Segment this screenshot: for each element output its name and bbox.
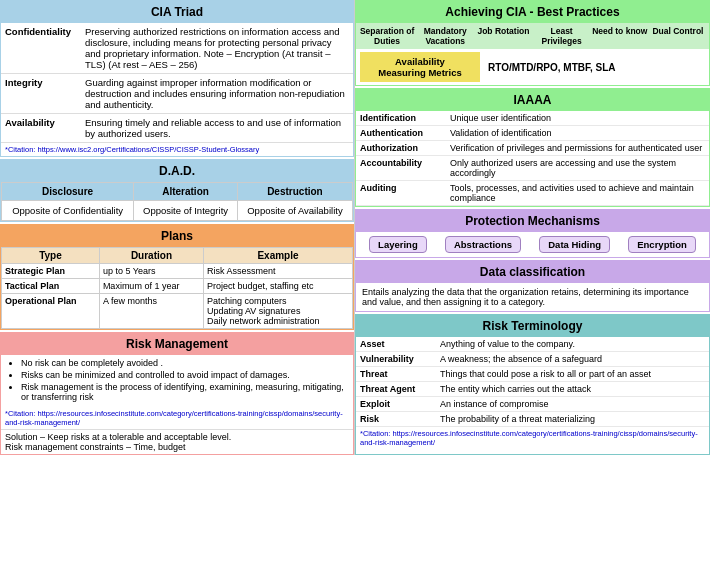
- iaaaa-label: Identification: [356, 111, 446, 126]
- plans-col-header: Type: [2, 248, 100, 264]
- protection-pills: LayeringAbstractionsData HidingEncryptio…: [356, 232, 709, 257]
- iaaaa-label: Authorization: [356, 141, 446, 156]
- cia-triad-section: CIA Triad ConfidentialityPreserving auth…: [0, 0, 354, 157]
- iaaaa-section: IAAAA IdentificationUnique user identifi…: [355, 88, 710, 207]
- plans-col-header: Example: [203, 248, 352, 264]
- best-practice-item: Least Privileges: [533, 26, 591, 46]
- protection-mechanisms-section: Protection Mechanisms LayeringAbstractio…: [355, 209, 710, 258]
- risk-term-row: ThreatThings that could pose a risk to a…: [356, 367, 709, 382]
- protection-pill: Encryption: [628, 236, 696, 253]
- data-classification-section: Data classification Entails analyzing th…: [355, 260, 710, 312]
- cia-row: AvailabilityEnsuring timely and reliable…: [1, 114, 353, 143]
- cia-label: Integrity: [1, 74, 81, 114]
- plans-table: TypeDurationExample Strategic Plan up to…: [1, 247, 353, 329]
- cia-desc: Preserving authorized restrictions on in…: [81, 23, 353, 74]
- data-class-header: Data classification: [356, 261, 709, 283]
- iaaaa-row: IdentificationUnique user identification: [356, 111, 709, 126]
- plans-row: Strategic Plan up to 5 Years Risk Assess…: [2, 264, 353, 279]
- risk-terminology-section: Risk Terminology AssetAnything of value …: [355, 314, 710, 455]
- risk-bullets-list: No risk can be completely avoided .Risks…: [7, 358, 347, 402]
- main-grid: CIA Triad ConfidentialityPreserving auth…: [0, 0, 710, 455]
- iaaaa-row: AuthenticationValidation of identificati…: [356, 126, 709, 141]
- risk-term-row: Threat AgentThe entity which carries out…: [356, 382, 709, 397]
- risk-term-row: RiskThe probability of a threat material…: [356, 412, 709, 427]
- risk-term-label: Exploit: [356, 397, 436, 412]
- right-column: Achieving CIA - Best Practices Separatio…: [355, 0, 710, 455]
- protection-header: Protection Mechanisms: [356, 210, 709, 232]
- risk-mgmt-header: Risk Management: [1, 333, 353, 355]
- risk-term-desc: A weakness; the absence of a safeguard: [436, 352, 709, 367]
- plan-duration: Maximum of 1 year: [99, 279, 203, 294]
- risk-term-row: AssetAnything of value to the company.: [356, 337, 709, 352]
- risk-bullet: Risks can be minimized and controlled to…: [21, 370, 347, 380]
- protection-pill: Layering: [369, 236, 427, 253]
- cia-row: IntegrityGuarding against improper infor…: [1, 74, 353, 114]
- dad-cell: Opposite of Confidentiality: [2, 201, 134, 221]
- best-practice-item: Job Rotation: [474, 26, 532, 46]
- plans-row: Operational Plan A few months Patching c…: [2, 294, 353, 329]
- cia-label: Availability: [1, 114, 81, 143]
- iaaaa-desc: Verification of privileges and permissio…: [446, 141, 709, 156]
- risk-mgmt-body: No risk can be completely avoided .Risks…: [1, 355, 353, 407]
- cia-desc: Ensuring timely and reliable access to a…: [81, 114, 353, 143]
- dad-header: D.A.D.: [1, 160, 353, 182]
- cia-best-practices-row: Separation of DutiesMandatory VacationsJ…: [356, 23, 709, 49]
- iaaaa-label: Accountability: [356, 156, 446, 181]
- plan-example: Risk Assessment: [203, 264, 352, 279]
- risk-term-desc: The entity which carries out the attack: [436, 382, 709, 397]
- cia-triad-table: ConfidentialityPreserving authorized res…: [1, 23, 353, 143]
- iaaaa-row: AuthorizationVerification of privileges …: [356, 141, 709, 156]
- cia-availability-row: Availability Measuring Metrics RTO/MTD/R…: [356, 49, 709, 85]
- risk-term-label: Asset: [356, 337, 436, 352]
- best-practice-item: Separation of Duties: [358, 26, 416, 46]
- plan-duration: up to 5 Years: [99, 264, 203, 279]
- left-column: CIA Triad ConfidentialityPreserving auth…: [0, 0, 355, 455]
- best-practice-item: Dual Control: [649, 26, 707, 46]
- risk-term-citation: *Citation: https://resources.infosecinst…: [356, 427, 709, 449]
- achieving-cia-section: Achieving CIA - Best Practices Separatio…: [355, 0, 710, 86]
- risk-term-desc: Anything of value to the company.: [436, 337, 709, 352]
- iaaaa-row: AccountabilityOnly authorized users are …: [356, 156, 709, 181]
- risk-mgmt-citation: *Citation: https://resources.infosecinst…: [1, 407, 353, 429]
- dad-cell: Opposite of Integrity: [134, 201, 238, 221]
- iaaaa-desc: Validation of identification: [446, 126, 709, 141]
- protection-pill: Abstractions: [445, 236, 521, 253]
- cia-triad-header: CIA Triad: [1, 1, 353, 23]
- risk-term-desc: The probability of a threat materializin…: [436, 412, 709, 427]
- risk-bullet: No risk can be completely avoided .: [21, 358, 347, 368]
- cia-desc: Guarding against improper information mo…: [81, 74, 353, 114]
- dad-table: DisclosureAlterationDestruction Opposite…: [1, 182, 353, 221]
- iaaaa-desc: Unique user identification: [446, 111, 709, 126]
- dad-cell: Opposite of Availability: [237, 201, 352, 221]
- risk-management-section: Risk Management No risk can be completel…: [0, 332, 354, 455]
- protection-pill: Data Hiding: [539, 236, 610, 253]
- iaaaa-desc: Tools, processes, and activities used to…: [446, 181, 709, 206]
- dad-col-header: Disclosure: [2, 183, 134, 201]
- achieving-cia-header: Achieving CIA - Best Practices: [356, 1, 709, 23]
- availability-box: Availability Measuring Metrics: [360, 52, 480, 82]
- best-practice-item: Mandatory Vacations: [416, 26, 474, 46]
- plans-col-header: Duration: [99, 248, 203, 264]
- data-class-body: Entails analyzing the data that the orga…: [356, 283, 709, 311]
- plan-type: Tactical Plan: [2, 279, 100, 294]
- risk-term-label: Risk: [356, 412, 436, 427]
- plan-duration: A few months: [99, 294, 203, 329]
- dad-col-header: Alteration: [134, 183, 238, 201]
- risk-term-desc: An instance of compromise: [436, 397, 709, 412]
- cia-label: Confidentiality: [1, 23, 81, 74]
- risk-term-label: Threat Agent: [356, 382, 436, 397]
- iaaaa-label: Auditing: [356, 181, 446, 206]
- plans-section: Plans TypeDurationExample Strategic Plan…: [0, 224, 354, 330]
- iaaaa-desc: Only authorized users are accessing and …: [446, 156, 709, 181]
- plans-row: Tactical Plan Maximum of 1 year Project …: [2, 279, 353, 294]
- best-practice-item: Need to know: [591, 26, 649, 46]
- cia-citation: *Citation: https://www.isc2.org/Certific…: [1, 143, 353, 156]
- dad-section: D.A.D. DisclosureAlterationDestruction O…: [0, 159, 354, 222]
- plan-example: Project budget, staffing etc: [203, 279, 352, 294]
- risk-term-label: Vulnerability: [356, 352, 436, 367]
- iaaaa-header: IAAAA: [356, 89, 709, 111]
- risk-term-desc: Things that could pose a risk to all or …: [436, 367, 709, 382]
- plan-type: Strategic Plan: [2, 264, 100, 279]
- iaaaa-row: AuditingTools, processes, and activities…: [356, 181, 709, 206]
- risk-term-header: Risk Terminology: [356, 315, 709, 337]
